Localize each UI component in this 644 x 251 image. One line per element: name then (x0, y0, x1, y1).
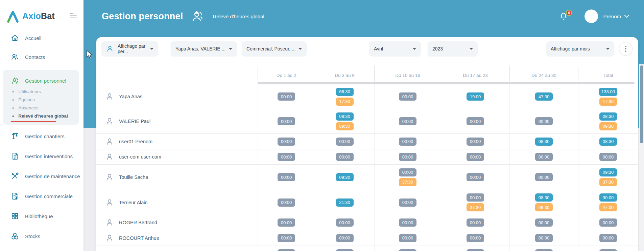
app-logo[interactable] (5, 9, 20, 23)
hours-badge[interactable]: 08:30 (599, 112, 617, 121)
hours-badge[interactable]: 00:00 (535, 153, 553, 161)
sidebar-subitem[interactable]: •Absences (3, 104, 79, 112)
hours-badge[interactable]: 08:30 (599, 138, 617, 146)
hours-badge[interactable]: 00:00 (278, 153, 295, 161)
person-icon (105, 152, 114, 161)
hours-badge[interactable]: 00:00 (467, 234, 484, 242)
vertical-scrollbar-thumb[interactable] (640, 65, 643, 143)
hours-badge[interactable]: 09:30 (599, 122, 617, 130)
hours-badge[interactable]: 00:00 (467, 193, 484, 202)
hours-cell: 08:3009:30 (509, 190, 578, 215)
chevron-down-icon[interactable] (624, 15, 629, 18)
hours-badge[interactable]: 00:00 (467, 117, 484, 125)
sidebar-subitem[interactable]: •Utilisateurs (3, 87, 79, 96)
more-options-button[interactable] (619, 42, 633, 56)
sidebar-nav-top: AccueilContacts (0, 30, 84, 65)
hours-badge[interactable]: 00:00 (467, 138, 484, 146)
horizontal-scrollbar[interactable] (258, 82, 635, 84)
hours-badge[interactable]: 09:30 (336, 173, 354, 181)
hours-badge[interactable]: 00:00 (278, 117, 295, 125)
hours-badge[interactable]: 37:30 (599, 178, 617, 186)
hours-badge[interactable]: 47:00 (599, 203, 617, 211)
hours-badge[interactable]: 00:00 (278, 198, 295, 207)
hours-badge[interactable]: 00:00 (399, 249, 416, 251)
hours-badge[interactable]: 08:30 (535, 193, 553, 202)
filter-view-mode[interactable]: Affichage par mois (546, 41, 614, 56)
hours-badge[interactable]: 00:00 (399, 198, 416, 207)
hours-badge[interactable]: 00:00 (599, 234, 617, 242)
hours-badge[interactable]: 21:30 (336, 198, 354, 207)
table-header-row: Du 1 au 2Du 3 au 9Du 10 au 16Du 17 au 23… (96, 66, 638, 84)
hours-badge[interactable]: 17:30 (599, 98, 617, 106)
filter-display-by-person[interactable]: Affichage par per... (101, 41, 158, 56)
hours-badge[interactable]: 47:30 (535, 92, 553, 101)
hours-badge[interactable]: 00:00 (467, 173, 484, 181)
hours-badge[interactable]: 17:30 (336, 98, 354, 106)
hours-badge[interactable]: 00:00 (336, 218, 354, 227)
hours-badge[interactable]: 66:30 (336, 88, 354, 96)
hours-badge[interactable]: 00:00 (599, 218, 617, 227)
hours-badge[interactable]: 00:00 (599, 153, 617, 161)
sidebar-item-gestion-personnel[interactable]: Gestion personnel (3, 74, 79, 87)
hours-badge[interactable]: 08:30 (336, 112, 354, 121)
sidebar-item-commerciale[interactable]: Gestion commerciale (0, 188, 84, 204)
sidebar-item-contacts[interactable]: Contacts (0, 49, 84, 65)
hours-badge[interactable]: 09:30 (599, 168, 617, 176)
hours-badge[interactable]: 00:00 (467, 218, 484, 227)
hours-badge[interactable]: 37:30 (399, 178, 416, 186)
sidebar-item-accueil[interactable]: Accueil (0, 30, 84, 46)
filter-year[interactable]: 2023 (428, 41, 478, 56)
sidebar-item-maintenance[interactable]: Gestion de maintenance (0, 168, 84, 184)
hours-badge[interactable]: 00:00 (336, 153, 354, 161)
hours-badge[interactable]: 00:00 (535, 234, 553, 242)
hours-badge[interactable]: 00:00 (399, 168, 416, 176)
sidebar-subitem[interactable]: •Relevé d'heures global (3, 112, 79, 120)
hours-badge[interactable]: 00:00 (399, 153, 416, 161)
sidebar-item-bibliotheque[interactable]: Bibliothèque (0, 208, 84, 224)
hours-badge[interactable]: 00:00 (336, 234, 354, 242)
hours-cell: 00:00 (258, 165, 315, 190)
sidebar-item-stocks[interactable]: Stocks (0, 228, 84, 244)
filter-month[interactable]: Avril (369, 41, 421, 56)
hours-badge[interactable]: 00:00 (336, 138, 354, 146)
hours-badge[interactable]: 133:00 (599, 88, 617, 96)
hours-badge[interactable]: 00:00 (467, 153, 484, 161)
hours-badge[interactable]: 08:30 (535, 138, 553, 146)
filter-persons[interactable]: Yapa Anas, VALERIE ... (171, 41, 237, 56)
hours-badge[interactable]: 30:00 (599, 193, 617, 202)
hours-badge[interactable]: 09:30 (336, 122, 354, 130)
sidebar-item-interventions[interactable]: Gestion interventions (0, 148, 84, 164)
hours-badge[interactable]: 00:00 (399, 92, 416, 101)
hours-badge[interactable]: 00:00 (535, 218, 553, 227)
filter-roles[interactable]: Commercial, Poseur, ... (242, 41, 307, 56)
hours-badge[interactable]: 09:30 (535, 203, 553, 211)
hours-badge[interactable]: 00:00 (535, 249, 553, 251)
hours-badge[interactable]: 00:00 (399, 234, 416, 242)
person-icon (105, 198, 114, 207)
hours-badge[interactable]: 00:00 (467, 249, 484, 251)
hours-badge[interactable]: 00:00 (278, 249, 295, 251)
hours-badge[interactable]: 00:00 (399, 218, 416, 227)
notifications-button[interactable]: 0 (559, 11, 569, 21)
sidebar-subitem[interactable]: •Équipes (3, 96, 79, 104)
user-name[interactable]: Prenom (603, 14, 621, 19)
hours-badge[interactable]: 00:00 (599, 249, 617, 251)
hours-badge[interactable]: 00:00 (278, 138, 295, 146)
bullet-icon: • (12, 89, 14, 95)
hours-badge[interactable]: 00:00 (535, 117, 553, 125)
hours-badge[interactable]: 00:00 (278, 92, 295, 101)
hours-badge[interactable]: 00:00 (336, 249, 354, 251)
menu-toggle-icon[interactable] (68, 11, 78, 21)
hours-badge[interactable]: 00:00 (399, 117, 416, 125)
avatar[interactable] (585, 9, 598, 23)
brand-name[interactable]: AxioBat (22, 11, 55, 21)
hours-badge[interactable]: 00:00 (399, 138, 416, 146)
hours-badge[interactable]: 00:00 (278, 173, 295, 181)
hours-badge[interactable]: 19:00 (467, 92, 484, 101)
hours-badge[interactable]: 37:30 (467, 203, 484, 211)
sidebar-item-chantiers[interactable]: Gestion chantiers (0, 128, 84, 144)
library-icon (11, 212, 20, 221)
hours-badge[interactable]: 00:00 (535, 173, 553, 181)
hours-badge[interactable]: 00:00 (278, 234, 295, 242)
hours-badge[interactable]: 00:00 (278, 218, 295, 227)
